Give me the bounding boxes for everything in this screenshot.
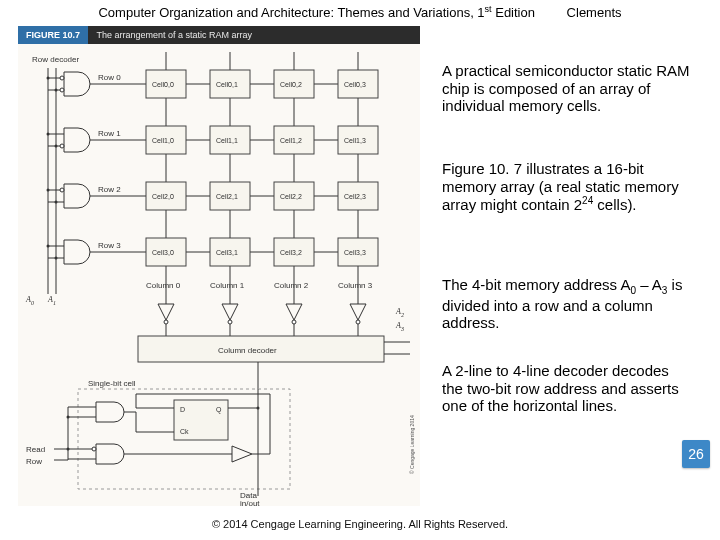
and-gate-ck	[96, 402, 124, 422]
column-decoder-label: Column decoder	[218, 346, 277, 355]
cell-3-0: Cell3,0	[152, 249, 174, 256]
col3-label: Column 3	[338, 281, 373, 290]
cell-3-1: Cell3,1	[216, 249, 238, 256]
paragraph-4-text: A 2-line to 4-line decoder decodes the t…	[442, 362, 679, 414]
paragraph-4: A 2-line to 4-line decoder decodes the t…	[442, 362, 692, 415]
svg-point-65	[257, 407, 260, 410]
svg-point-27	[55, 201, 58, 204]
svg-point-25	[55, 145, 58, 148]
svg-point-22	[47, 77, 50, 80]
paragraph-1-text: A practical semiconductor static RAM chi…	[442, 62, 690, 114]
cell-3-2: Cell3,2	[280, 249, 302, 256]
svg-point-47	[164, 320, 168, 324]
svg-marker-50	[286, 304, 302, 320]
footer-copyright: © 2014 Cengage Learning Engineering. All…	[0, 518, 720, 530]
svg-point-14	[60, 188, 64, 192]
col0-label: Column 0	[146, 281, 181, 290]
a0-label: A0	[25, 295, 34, 306]
tristate-buffers	[158, 304, 366, 336]
paragraph-3: The 4-bit memory address A0 – A3 is divi…	[442, 276, 692, 332]
svg-point-71	[92, 447, 96, 451]
author: Clements	[567, 5, 622, 20]
svg-marker-48	[222, 304, 238, 320]
row-label: Row	[26, 457, 42, 466]
cell-1-2: Cell1,2	[280, 137, 302, 144]
book-title-suffix: Edition	[492, 5, 535, 20]
svg-point-28	[47, 245, 50, 248]
cell-array: Cell0,0 Cell0,1 Cell0,2 Cell0,3 Cell1,0 …	[146, 70, 378, 266]
svg-marker-46	[158, 304, 174, 320]
book-title-sup: st	[485, 4, 492, 14]
cell-2-0: Cell2,0	[152, 193, 174, 200]
row1-label: Row 1	[98, 129, 121, 138]
q-label: Q	[216, 406, 222, 414]
output-tristate	[232, 446, 252, 462]
figure-svg: Row decoder Row 0 Row 1	[18, 44, 420, 506]
svg-point-7	[60, 88, 64, 92]
svg-point-77	[67, 448, 70, 451]
svg-point-11	[60, 144, 64, 148]
row2-label: Row 2	[98, 185, 121, 194]
figure-credit: © Cengage Learning 2014	[409, 415, 415, 474]
slide: Computer Organization and Architecture: …	[0, 0, 720, 540]
paragraph-3a: The 4-bit memory address A	[442, 276, 630, 293]
figure-title-bar: FIGURE 10.7 The arrangement of a static …	[18, 26, 420, 44]
col2-label: Column 2	[274, 281, 309, 290]
svg-point-23	[55, 89, 58, 92]
figure-number: FIGURE 10.7	[18, 26, 88, 44]
cell-2-1: Cell2,1	[216, 193, 238, 200]
read-label: Read	[26, 445, 45, 454]
cell-2-3: Cell2,3	[344, 193, 366, 200]
svg-point-24	[47, 133, 50, 136]
row3-label: Row 3	[98, 241, 121, 250]
svg-point-53	[356, 320, 360, 324]
paragraph-2-sup: 24	[582, 195, 593, 206]
cell-0-1: Cell0,1	[216, 81, 238, 88]
cell-2-2: Cell2,2	[280, 193, 302, 200]
cell-1-1: Cell1,1	[216, 137, 238, 144]
d-label: D	[180, 406, 185, 413]
row-decoder-label: Row decoder	[32, 55, 79, 64]
svg-point-78	[67, 416, 70, 419]
paragraph-2a: Figure 10. 7 illustrates a 16-bit memory…	[442, 160, 679, 213]
inout-label: in/out	[240, 499, 260, 506]
col1-label: Column 1	[210, 281, 245, 290]
svg-point-29	[55, 257, 58, 260]
svg-point-5	[60, 76, 64, 80]
cell-1-3: Cell1,3	[344, 137, 366, 144]
page-number-badge: 26	[682, 440, 710, 468]
figure-caption: The arrangement of a static RAM array	[91, 26, 253, 44]
a3-label: A3	[395, 321, 404, 332]
header: Computer Organization and Architecture: …	[0, 4, 720, 20]
a1-label: A1	[47, 295, 56, 306]
svg-point-49	[228, 320, 232, 324]
svg-point-26	[47, 189, 50, 192]
figure-10-7: FIGURE 10.7 The arrangement of a static …	[18, 26, 420, 506]
cell-0-2: Cell0,2	[280, 81, 302, 88]
cell-1-0: Cell1,0	[152, 137, 174, 144]
paragraph-2: Figure 10. 7 illustrates a 16-bit memory…	[442, 160, 692, 214]
a2-label: A2	[395, 307, 404, 318]
paragraph-1: A practical semiconductor static RAM chi…	[442, 62, 692, 115]
ck-label: Ck	[180, 428, 189, 435]
row0-label: Row 0	[98, 73, 121, 82]
cell-3-3: Cell3,3	[344, 249, 366, 256]
svg-point-51	[292, 320, 296, 324]
book-title-prefix: Computer Organization and Architecture: …	[98, 5, 484, 20]
single-bit-label: Single-bit cell	[88, 379, 136, 388]
and-gate-read	[96, 444, 124, 464]
paragraph-2b: cells).	[593, 196, 636, 213]
cell-0-0: Cell0,0	[152, 81, 174, 88]
paragraph-3b: – A	[636, 276, 662, 293]
svg-marker-52	[350, 304, 366, 320]
cell-0-3: Cell0,3	[344, 81, 366, 88]
